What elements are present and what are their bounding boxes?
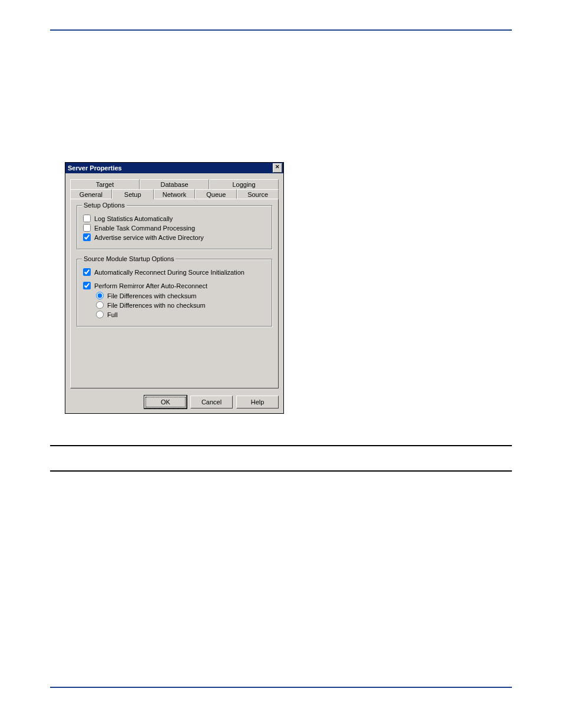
server-properties-dialog: Server Properties Target Database Loggin… (65, 162, 284, 414)
tab-setup[interactable]: Setup (112, 189, 154, 199)
page: Server Properties Target Database Loggin… (0, 0, 562, 728)
divider-rule-1 (50, 445, 512, 446)
tab-label: Target (96, 181, 114, 188)
tab-strip: Target Database Logging General Setup Ne… (70, 179, 279, 388)
tab-label: General (80, 191, 103, 198)
footer-rule (50, 687, 512, 688)
dialog-buttons: OK Cancel Help (65, 393, 283, 413)
group-title: Setup Options (82, 202, 127, 209)
checkbox-label: Automatically Reconnect During Source In… (94, 269, 244, 276)
tab-label: Database (160, 181, 188, 188)
divider-rule-2 (50, 470, 512, 472)
dialog-title: Server Properties (68, 164, 122, 172)
tab-label: Source (247, 191, 268, 198)
check-log-statistics[interactable]: Log Statistics Automatically (83, 215, 266, 222)
checkbox-advertise-ad[interactable] (83, 233, 91, 241)
check-auto-reconnect[interactable]: Automatically Reconnect During Source In… (83, 268, 266, 276)
radio-input[interactable] (96, 311, 104, 318)
checkbox-label: Perform Remirror After Auto-Reconnect (94, 282, 207, 289)
radio-full[interactable]: Full (96, 311, 266, 318)
radio-input[interactable] (96, 292, 104, 299)
radio-group-remirror-type: File Differences with checksum File Diff… (96, 292, 266, 318)
tab-logging[interactable]: Logging (209, 179, 279, 189)
radio-file-diff-no-checksum[interactable]: File Differences with no checksum (96, 301, 266, 309)
ok-button[interactable]: OK (144, 396, 187, 409)
check-perform-remirror[interactable]: Perform Remirror After Auto-Reconnect (83, 282, 266, 289)
check-advertise-ad[interactable]: Advertise service with Active Directory (83, 233, 266, 241)
tab-row-front: General Setup Network Queue Source (70, 189, 279, 199)
tab-source[interactable]: Source (237, 189, 279, 199)
checkbox-perform-remirror[interactable] (83, 282, 91, 289)
tab-label: Queue (206, 191, 226, 198)
button-label: Help (251, 398, 265, 406)
tab-label: Logging (232, 181, 255, 188)
tab-panel-setup: Setup Options Log Statistics Automatical… (70, 199, 279, 388)
button-label: OK (146, 397, 186, 407)
cancel-button[interactable]: Cancel (190, 396, 233, 409)
group-title: Source Module Startup Options (82, 255, 176, 262)
radio-file-diff-checksum[interactable]: File Differences with checksum (96, 292, 266, 299)
tab-label: Network (163, 191, 186, 198)
button-label: Cancel (201, 398, 222, 406)
title-bar: Server Properties (65, 163, 283, 173)
tab-row-back: Target Database Logging (70, 179, 279, 189)
checkbox-label: Log Statistics Automatically (94, 215, 173, 222)
checkbox-auto-reconnect[interactable] (83, 268, 91, 276)
help-button[interactable]: Help (236, 396, 279, 409)
checkbox-enable-task-command[interactable] (83, 224, 91, 232)
tab-queue[interactable]: Queue (195, 189, 237, 199)
close-icon[interactable] (273, 163, 282, 173)
radio-label: File Differences with checksum (107, 292, 196, 299)
checkbox-label: Advertise service with Active Directory (94, 234, 204, 241)
tab-network[interactable]: Network (154, 189, 196, 199)
check-enable-task-command[interactable]: Enable Task Command Processing (83, 224, 266, 232)
tab-target[interactable]: Target (70, 179, 140, 189)
tab-database[interactable]: Database (140, 179, 209, 189)
group-source-module-startup: Source Module Startup Options Automatica… (77, 259, 272, 327)
tab-general[interactable]: General (70, 189, 112, 199)
group-setup-options: Setup Options Log Statistics Automatical… (77, 205, 272, 249)
radio-input[interactable] (96, 301, 104, 309)
dialog-body: Target Database Logging General Setup Ne… (65, 173, 283, 393)
radio-label: File Differences with no checksum (107, 302, 206, 309)
tab-label: Setup (124, 191, 141, 198)
radio-label: Full (107, 311, 118, 318)
checkbox-label: Enable Task Command Processing (94, 225, 195, 232)
header-rule (50, 29, 512, 31)
checkbox-log-statistics[interactable] (83, 215, 91, 222)
